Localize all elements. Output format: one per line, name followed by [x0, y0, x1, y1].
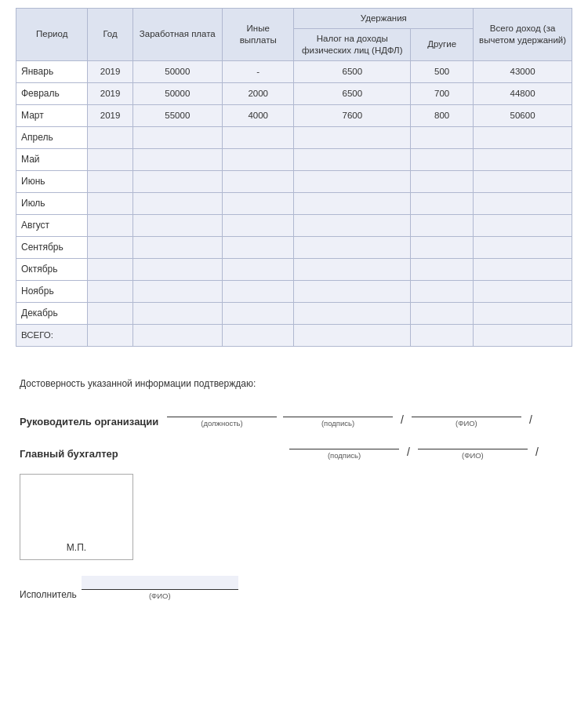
- head-position-group: (должность): [167, 403, 277, 428]
- cell-others: [411, 192, 474, 214]
- cell-total: [474, 148, 572, 170]
- cell-ndfl: 6500: [294, 60, 411, 82]
- executor-section: Исполнитель (ФИО): [20, 576, 568, 600]
- cell-year: [88, 302, 132, 324]
- table-row: Февраль2019500002000650070044800: [16, 82, 572, 104]
- cell-ndfl: [294, 126, 411, 148]
- cell-month: Апрель: [16, 126, 88, 148]
- cell-others: 500: [411, 60, 474, 82]
- chief-fio-hint: (ФИО): [462, 451, 484, 460]
- cell-salary: [132, 258, 222, 280]
- cell-month: Март: [16, 104, 88, 126]
- cell-total: [474, 170, 572, 192]
- cell-year: [88, 192, 132, 214]
- cell-ndfl: 6500: [294, 82, 411, 104]
- chief-slash2: /: [535, 446, 539, 460]
- cell-other: [222, 302, 293, 324]
- cell-year: [88, 280, 132, 302]
- stamp-label: М.П.: [67, 542, 86, 553]
- executor-fio-hint: (ФИО): [149, 591, 171, 600]
- cell-salary: [132, 126, 222, 148]
- head-position-hint: (должность): [201, 419, 242, 428]
- total-cell: [222, 324, 293, 346]
- cell-total: [474, 192, 572, 214]
- cell-other: [222, 192, 293, 214]
- cell-salary: [132, 280, 222, 302]
- cell-salary: 55000: [132, 104, 222, 126]
- table-row: Май: [16, 148, 572, 170]
- head-fio-hint: (ФИО): [456, 419, 477, 428]
- cell-total: [474, 280, 572, 302]
- cell-other: [222, 214, 293, 236]
- cell-other: -: [222, 60, 293, 82]
- table-row: Август: [16, 214, 572, 236]
- cell-month: Август: [16, 214, 88, 236]
- chief-label: Главный бухгалтер: [20, 448, 161, 460]
- chief-slash1: /: [407, 446, 410, 460]
- table-row: Декабрь: [16, 302, 572, 324]
- table-row: Март2019550004000760080050600: [16, 104, 572, 126]
- chief-fio-group: (ФИО): [418, 435, 528, 460]
- cell-others: [411, 148, 474, 170]
- table-row: Ноябрь: [16, 280, 572, 302]
- head-position-line: [167, 403, 277, 417]
- col-header-ndfl: Налог на доходы физических лиц (НДФЛ): [294, 28, 411, 60]
- cell-month: Февраль: [16, 82, 88, 104]
- cell-others: [411, 302, 474, 324]
- cell-salary: 50000: [132, 60, 222, 82]
- table-row: Октябрь: [16, 258, 572, 280]
- col-header-other-payments: Иные выплаты: [222, 9, 293, 61]
- cell-other: 4000: [222, 104, 293, 126]
- head-fio-group: (ФИО): [412, 403, 521, 428]
- cell-month: Январь: [16, 60, 88, 82]
- cell-year: [88, 126, 132, 148]
- cell-month: Сентябрь: [16, 236, 88, 258]
- cell-others: [411, 126, 474, 148]
- col-header-period: Период: [16, 9, 88, 61]
- col-header-year: Год: [88, 9, 132, 61]
- cell-others: 700: [411, 82, 474, 104]
- cell-ndfl: [294, 148, 411, 170]
- col-header-salary: Заработная плата: [132, 9, 222, 61]
- cell-other: [222, 148, 293, 170]
- stamp-box: М.П.: [20, 474, 133, 560]
- cell-month: Май: [16, 148, 88, 170]
- head-signature-row: Руководитель организации (должность) (по…: [20, 403, 568, 428]
- cell-year: 2019: [88, 82, 132, 104]
- head-slash2: /: [529, 413, 532, 428]
- cell-others: [411, 236, 474, 258]
- cell-ndfl: 7600: [294, 104, 411, 126]
- cell-year: [88, 170, 132, 192]
- cell-year: [88, 214, 132, 236]
- total-row: ВСЕГО:: [16, 324, 572, 346]
- cell-year: 2019: [88, 60, 132, 82]
- chief-signature-row: Главный бухгалтер (подпись) / (ФИО) /: [20, 435, 568, 460]
- executor-label: Исполнитель: [20, 589, 77, 600]
- cell-total: [474, 258, 572, 280]
- cell-ndfl: [294, 302, 411, 324]
- head-signature-hint: (подпись): [321, 419, 354, 428]
- cell-others: [411, 258, 474, 280]
- total-cell: [411, 324, 474, 346]
- income-table-wrapper: Период Год Заработная плата Иные выплаты…: [16, 8, 572, 347]
- cell-total: [474, 126, 572, 148]
- confirm-text: Достоверность указанной информации подтв…: [20, 378, 568, 389]
- cell-others: [411, 280, 474, 302]
- total-label: ВСЕГО:: [16, 324, 88, 346]
- cell-salary: [132, 148, 222, 170]
- head-signature-group: (подпись): [283, 403, 393, 428]
- cell-other: [222, 258, 293, 280]
- col-header-others: Другие: [411, 28, 474, 60]
- table-row: Июнь: [16, 170, 572, 192]
- cell-salary: 50000: [132, 82, 222, 104]
- cell-others: [411, 214, 474, 236]
- cell-other: 2000: [222, 82, 293, 104]
- cell-total: [474, 214, 572, 236]
- col-header-total: Всего доход (за вычетом удержаний): [474, 9, 572, 61]
- cell-year: 2019: [88, 104, 132, 126]
- head-signature-line: [283, 403, 393, 417]
- head-fio-line: [412, 403, 521, 417]
- total-cell: [88, 324, 132, 346]
- cell-total: 44800: [474, 82, 572, 104]
- cell-other: [222, 126, 293, 148]
